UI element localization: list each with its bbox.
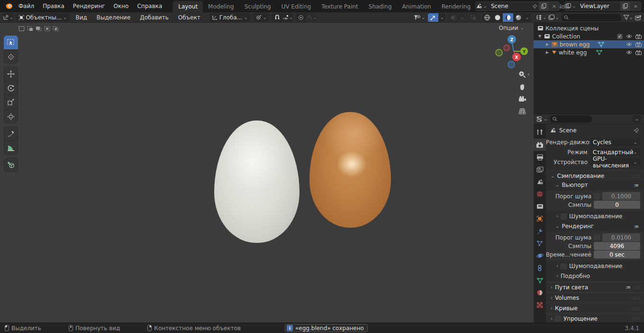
samples-field[interactable]: 4096 <box>594 242 640 250</box>
viewlayer-new-icon[interactable] <box>620 1 630 11</box>
breadcrumb-scene[interactable]: Scene <box>559 127 577 134</box>
denoise-checkbox[interactable] <box>561 263 567 269</box>
tab-view-layer-icon[interactable] <box>534 163 546 176</box>
scene-name[interactable]: Scene <box>487 3 531 9</box>
shading-wireframe-button[interactable] <box>482 13 492 22</box>
select-mode-set[interactable] <box>18 25 25 32</box>
viewlayer-icon[interactable]: ⌄ <box>565 3 576 9</box>
noise-threshold-checkbox[interactable] <box>594 234 600 240</box>
preset-menu-icon[interactable]: :≡ <box>626 285 630 290</box>
viewlayer-name[interactable]: ViewLayer <box>576 3 620 9</box>
viewport-denoise-row[interactable]: › Шумоподавление <box>546 212 643 221</box>
viewlayer-remove-icon[interactable]: ✕ <box>630 1 641 11</box>
select-mode-extend[interactable] <box>26 25 34 32</box>
tab-uv-editing[interactable]: UV Editing <box>276 1 317 12</box>
camera-visibility-icon[interactable] <box>635 42 642 47</box>
outliner-row-scene-collection[interactable]: Коллекция сцены <box>534 24 644 32</box>
snap-toggle[interactable] <box>272 13 282 22</box>
camera-visibility-icon[interactable] <box>635 50 642 55</box>
panel-grip-icon[interactable]: :::: <box>633 285 640 290</box>
navigation-gizmo[interactable]: Z Y X <box>493 34 531 72</box>
pan-hand-icon[interactable] <box>516 81 528 92</box>
eye-icon[interactable] <box>626 50 632 55</box>
mode-select[interactable]: Объектны... ⌄ <box>16 13 69 22</box>
pin-icon[interactable] <box>531 4 538 9</box>
zoom-icon[interactable] <box>516 69 528 80</box>
shading-solid-button[interactable] <box>492 13 503 22</box>
white-egg-object[interactable] <box>214 120 299 243</box>
tab-render-icon[interactable] <box>534 139 546 151</box>
outliner-row-white-egg[interactable]: ▶ white egg <box>534 48 644 56</box>
camera-view-icon[interactable] <box>516 93 528 104</box>
show-overlays-toggle[interactable] <box>448 13 459 22</box>
brown-egg-object[interactable] <box>309 112 391 228</box>
menu-help[interactable]: Справка <box>133 0 166 12</box>
preset-menu-icon[interactable]: :≡ <box>634 183 638 188</box>
menu-window[interactable]: Окно <box>109 0 133 12</box>
menu-add[interactable]: Добавить <box>136 14 172 21</box>
properties-editor-type-button[interactable]: ⌄ <box>536 116 547 122</box>
collection-checkbox[interactable]: ✓ <box>617 34 623 39</box>
light-paths-section[interactable]: › Пути света :≡ :::: <box>546 282 643 292</box>
tab-layout[interactable]: Layout <box>173 1 203 12</box>
outliner-row-collection[interactable]: ▼ Collection ✓ <box>534 32 644 40</box>
tool-move[interactable] <box>4 67 18 81</box>
simplify-checkbox[interactable] <box>555 315 561 322</box>
outliner-filter-button[interactable]: ⌄ <box>623 15 633 20</box>
viewport-options-button[interactable]: Опции ⌄ <box>499 25 524 31</box>
panel-grip-icon[interactable]: :::: <box>633 316 640 321</box>
tool-select-box[interactable] <box>4 36 18 49</box>
editor-type-button[interactable]: ⌄ <box>3 13 13 22</box>
advanced-row[interactable]: › Подробно <box>546 272 643 280</box>
tab-modifiers-icon[interactable] <box>534 225 546 237</box>
device-select[interactable]: GPU-вычисления ⌄ <box>590 158 640 166</box>
blender-logo-icon[interactable] <box>3 3 14 9</box>
tab-scene-icon[interactable] <box>534 176 546 188</box>
feature-set-select[interactable]: Стандартный ⌄ <box>590 148 640 156</box>
viewport-3d[interactable]: Опции ⌄ <box>0 23 534 323</box>
proportional-edit-toggle[interactable] <box>296 13 306 22</box>
tool-add-primitive[interactable] <box>4 158 18 172</box>
tab-constraints-icon[interactable] <box>534 262 546 274</box>
outliner-editor-type-button[interactable]: ⌄ <box>536 15 546 20</box>
noise-threshold-field[interactable]: 0.1000 <box>602 192 640 200</box>
new-collection-button[interactable] <box>635 15 642 20</box>
overlays-dropdown[interactable]: ⌄ <box>459 13 466 22</box>
noise-threshold-field[interactable]: 0.0100 <box>602 233 640 241</box>
xray-toggle[interactable] <box>469 13 479 22</box>
menu-render[interactable]: Рендеринг <box>69 0 109 12</box>
sampling-section-header[interactable]: ⌄ Сэмплирование :::: <box>546 171 643 181</box>
pin-icon[interactable] <box>634 128 639 133</box>
tool-annotate[interactable] <box>4 127 18 140</box>
tool-measure[interactable] <box>4 141 18 155</box>
disclosure-closed-icon[interactable]: ▶ <box>545 42 550 46</box>
tool-cursor[interactable] <box>4 50 18 64</box>
tab-texture-paint[interactable]: Texture Paint <box>316 1 363 12</box>
tool-scale[interactable] <box>4 95 18 109</box>
curves-section[interactable]: › Кривые :::: <box>546 303 643 313</box>
tab-material-icon[interactable] <box>534 287 546 299</box>
render-denoise-row[interactable]: › Шумоподавление <box>546 262 643 270</box>
disclosure-open-icon[interactable]: ▼ <box>537 34 542 38</box>
show-gizmo-toggle[interactable] <box>428 13 438 22</box>
tab-world-icon[interactable] <box>534 188 546 200</box>
scene-selector[interactable]: ⌄ Scene ✕ <box>475 1 560 11</box>
tab-output-icon[interactable] <box>534 151 546 163</box>
gizmo-axis-neg-z[interactable] <box>508 61 515 68</box>
tab-object-icon[interactable] <box>534 213 546 225</box>
tab-physics-icon[interactable] <box>534 250 546 262</box>
tab-rendering[interactable]: Rendering <box>436 1 476 12</box>
proportional-falloff-select[interactable]: ⌄ <box>306 13 317 22</box>
panel-grip-icon[interactable]: :::: <box>633 174 640 178</box>
object-visibility-button[interactable]: ⌄ <box>414 13 425 22</box>
menu-edit[interactable]: Правка <box>38 0 69 12</box>
snap-target-select[interactable]: ⌄ <box>282 13 293 22</box>
menu-object[interactable]: Объект <box>175 14 204 21</box>
denoise-checkbox[interactable] <box>561 213 567 220</box>
noise-threshold-checkbox[interactable] <box>594 193 600 199</box>
volumes-section[interactable]: › Volumes :::: <box>546 292 643 303</box>
outliner-display-mode-button[interactable]: ⌄ <box>548 15 559 20</box>
outliner-row-brown-egg[interactable]: ▶ brown egg <box>534 40 644 48</box>
shading-material-preview-button[interactable] <box>503 13 513 22</box>
eye-icon[interactable] <box>626 34 632 38</box>
